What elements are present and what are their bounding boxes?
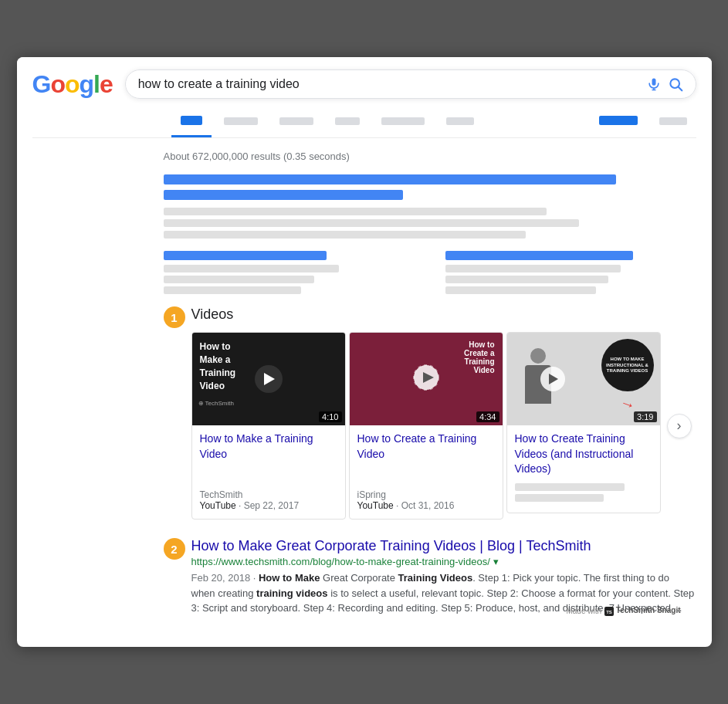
- play-button-3[interactable]: [540, 367, 565, 391]
- video-source-1: TechSmith YouTube · Sep 22, 2017: [200, 489, 337, 511]
- svg-text:TS: TS: [606, 610, 612, 614]
- search-button[interactable]: [668, 76, 683, 92]
- results-count: About 672,000,000 results (0.35 seconds): [164, 144, 696, 174]
- video-info-2: How to Create a Training Video iSpring Y…: [350, 425, 503, 519]
- duration-1: 4:10: [319, 411, 341, 422]
- circle-text-3: HOW TO MAKE INSTRUCTIONAL & TRAINING VID…: [601, 339, 654, 391]
- result-2-url-text: https://www.techsmith.com/blog/how-to-ma…: [191, 556, 490, 567]
- video-card-1[interactable]: How toMake aTrainingVideo ⊕ TechSmith 4:…: [191, 332, 346, 520]
- video-date-2: Oct 31, 2016: [401, 500, 455, 511]
- videos-header-row: 1 Videos: [164, 306, 696, 332]
- svg-line-4: [678, 87, 682, 91]
- video-thumbnail-1[interactable]: How toMake aTrainingVideo ⊕ TechSmith 4:…: [192, 333, 345, 425]
- video-platform-1: YouTube: [200, 500, 236, 511]
- video-source-2: iSpring YouTube · Oct 31, 2016: [357, 489, 495, 511]
- video-source-name-2: iSpring: [357, 489, 386, 500]
- tab-all[interactable]: [171, 108, 212, 137]
- result-2-content: How to Make Great Corporate Training Vid…: [191, 538, 696, 616]
- watermark-product-text: TechSmith Snagit: [616, 606, 681, 614]
- mic-icon[interactable]: [646, 76, 662, 92]
- google-logo: Google: [32, 70, 113, 99]
- video-info-1: How to Make a Training Video TechSmith Y…: [192, 425, 345, 519]
- video-card-3[interactable]: HOW TO MAKE INSTRUCTIONAL & TRAINING VID…: [506, 332, 661, 513]
- nav-tabs: [32, 102, 696, 138]
- tab-tools[interactable]: [650, 108, 696, 137]
- search-bar-area: Google: [17, 57, 712, 138]
- thumb-text-2: How toCreate aTrainingVideo: [464, 340, 494, 374]
- video-thumbnail-2[interactable]: How toCreate aTrainingVideo 4:34: [350, 333, 503, 425]
- thumb-bg-2: How toCreate aTrainingVideo 4:34: [350, 333, 503, 425]
- tab-images[interactable]: [270, 108, 323, 137]
- video-thumbnail-3[interactable]: HOW TO MAKE INSTRUCTIONAL & TRAINING VID…: [507, 333, 660, 425]
- play-button-2[interactable]: [412, 364, 440, 394]
- thumb-text-1: How toMake aTrainingVideo: [200, 340, 236, 392]
- result-2-title[interactable]: How to Make Great Corporate Training Vid…: [191, 538, 591, 553]
- video-title-link-1[interactable]: How to Make a Training Video: [200, 432, 337, 462]
- thumb-bg-1: How toMake aTrainingVideo ⊕ TechSmith 4:…: [192, 333, 345, 425]
- browser-window: Google: [17, 57, 712, 647]
- main-content: About 672,000,000 results (0.35 seconds): [17, 138, 712, 647]
- search-input[interactable]: [138, 77, 640, 91]
- techsmith-logo-1: ⊕ TechSmith: [198, 400, 234, 407]
- svg-rect-0: [652, 79, 655, 86]
- video-title-link-2[interactable]: How to Create a Training Video: [357, 432, 495, 462]
- result-2-row: 2 How to Make Great Corporate Training V…: [164, 538, 696, 616]
- thumb-bg-3: HOW TO MAKE INSTRUCTIONAL & TRAINING VID…: [507, 333, 660, 425]
- search-bar-row: Google: [32, 69, 696, 99]
- videos-section: 1 Videos How toMake aTrainingVideo ⊕ Tec…: [164, 306, 696, 520]
- result-date: Feb 20, 2018 ·: [191, 572, 259, 584]
- watermark-label: Made with: [566, 607, 601, 615]
- badge-1: 1: [164, 306, 185, 328]
- result-2-url[interactable]: https://www.techsmith.com/blog/how-to-ma…: [191, 556, 696, 567]
- next-videos-button[interactable]: [667, 414, 692, 438]
- search-result-2: 2 How to Make Great Corporate Training V…: [164, 538, 696, 616]
- video-title-link-3[interactable]: How to Create Training Videos (and Instr…: [515, 432, 652, 477]
- badge-2: 2: [164, 538, 185, 560]
- duration-2: 4:34: [476, 411, 499, 422]
- search-input-wrapper[interactable]: [125, 69, 696, 99]
- video-source-name-1: TechSmith: [200, 489, 243, 500]
- videos-row: How toMake aTrainingVideo ⊕ TechSmith 4:…: [191, 332, 696, 520]
- play-button-1[interactable]: [255, 365, 283, 393]
- video-card-2[interactable]: How toCreate aTrainingVideo 4:34 How to …: [349, 332, 503, 520]
- video-info-3: How to Create Training Videos (and Instr…: [507, 425, 660, 513]
- videos-title: Videos: [191, 306, 234, 323]
- tab-videos[interactable]: [215, 108, 267, 137]
- snagit-watermark: Made with TS TechSmith Snagit: [566, 606, 680, 615]
- tab-shopping[interactable]: [372, 108, 434, 137]
- tab-more[interactable]: [437, 108, 483, 137]
- video-date-1: Sep 22, 2017: [244, 500, 299, 511]
- dropdown-icon[interactable]: ▾: [493, 556, 499, 567]
- top-result-block: [164, 174, 696, 294]
- tab-news[interactable]: [326, 108, 369, 137]
- duration-3: 3:19: [634, 411, 656, 422]
- tab-settings[interactable]: [590, 108, 647, 137]
- watermark-product: TS TechSmith Snagit: [604, 606, 681, 615]
- video-platform-2: YouTube: [357, 500, 394, 511]
